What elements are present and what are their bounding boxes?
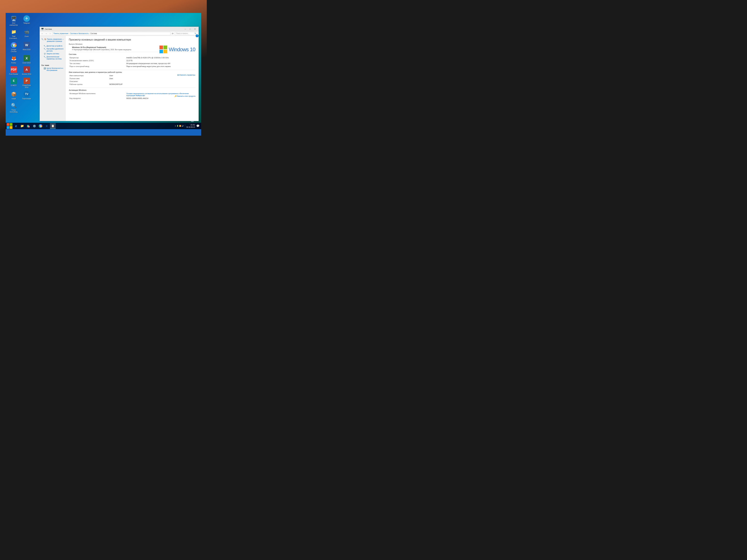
activation-agreement-link[interactable]: Условия лицензионного соглашения на испо… xyxy=(126,93,189,97)
nav-back-button[interactable]: ← xyxy=(41,32,44,35)
change-key-button[interactable]: 🔑 Изменить ключ продукта xyxy=(175,95,195,97)
address-path[interactable]: Панель управления › Система и безопаснос… xyxy=(52,32,171,35)
sidebar-also-section: См. также Центр безопасности и обслужива… xyxy=(40,64,66,72)
desktop-icon-teamviewer[interactable]: TV TeamViewer xyxy=(21,90,32,101)
tray-battery-icon: 🔋 xyxy=(177,125,179,127)
title-bar-icon: 🖥️ xyxy=(41,28,44,30)
taskbar-file-explorer[interactable]: 📁 xyxy=(19,123,25,129)
desktop-icon-excel-2016[interactable]: X Excel 2016 xyxy=(21,54,32,65)
taskbar-edge-new[interactable]: e xyxy=(44,123,50,129)
table-row: Установленная память (ОЗУ): 12,0 ГБ xyxy=(69,59,195,62)
table-row: Код продукта: 00331-10000-00001-AA214 xyxy=(69,97,195,100)
sidebar-device-manager[interactable]: Диспетчер устройств xyxy=(41,45,64,48)
desktop-icon-telegram[interactable]: ✈ Telegram xyxy=(21,15,32,27)
table-row: Рабочая группа: WORKGRPOUP xyxy=(69,83,157,86)
field-value: 64-разрядная операционная система, проце… xyxy=(126,62,195,65)
svg-point-7 xyxy=(40,126,41,127)
powerpoint-icon: P xyxy=(23,78,30,84)
edition-content: Windows 10 Pro (Registered Trademark) © … xyxy=(69,46,195,51)
desktop-icon-label: Excel 2016 xyxy=(23,62,30,64)
sidebar-home-link[interactable]: 🏠 Панель управления — домашняя страница xyxy=(41,38,64,43)
maximize-button[interactable]: □ xyxy=(188,27,192,31)
sidebar-system-protection[interactable]: Защита системы xyxy=(41,52,64,55)
taskbar-settings[interactable]: ⚙️ xyxy=(31,123,37,129)
clock-time: 21:51 xyxy=(186,124,195,126)
windows-logo xyxy=(159,46,167,53)
excel-icon: X xyxy=(23,55,30,61)
clock[interactable]: 21:51 Вт 02.05.23 xyxy=(186,124,195,128)
windows-brand-text: Windows 10 xyxy=(169,47,195,52)
field-value: Условия лицензионного соглашения на испо… xyxy=(126,92,195,97)
path-separator-2: › xyxy=(89,33,89,34)
field-label: Активация Windows выполнена xyxy=(69,92,126,97)
sidebar-remote-access[interactable]: Настройка удалённого доступа xyxy=(41,48,64,52)
computer-name-header: Имя компьютера, имя домена и параметры р… xyxy=(69,71,195,73)
word-icon: W xyxy=(23,42,30,48)
computer-name-table: Имя компьютера: User Полное имя: User Оп… xyxy=(69,74,157,86)
sidebar-home-section: 🏠 Панель управления — домашняя страница xyxy=(40,37,66,44)
taskbar-store[interactable]: 🛍️ xyxy=(25,123,31,129)
system-header: Система xyxy=(69,53,195,55)
sidebar-advanced-params[interactable]: Дополнительные параметры системы xyxy=(41,55,64,60)
desktop-icon-word-2016[interactable]: W Word 2016 xyxy=(21,41,32,53)
desktop-icon-zoom[interactable]: 📹 Zoom xyxy=(21,28,32,40)
taskbar-edge-legacy[interactable]: e xyxy=(13,123,19,129)
access-icon: A xyxy=(23,66,30,73)
table-row: Активация Windows выполнена Условия лице… xyxy=(69,92,195,97)
computer-name-content: Имя компьютера: User Полное имя: User Оп… xyxy=(69,74,195,86)
tray-expand-icon[interactable]: ∧ xyxy=(175,125,176,127)
desktop-icon-label: PowerPoint 2016 xyxy=(22,85,31,88)
search-box[interactable]: Поиск в панели... 🔍 xyxy=(175,32,198,35)
firefox-icon: 🦊 xyxy=(10,55,17,61)
refresh-button[interactable]: ⟳ xyxy=(171,32,174,35)
sidebar-security-center[interactable]: Центр безопасности и обслуживания xyxy=(41,67,64,72)
system-info-table: Процессор: Intel(R) Core(TM) i3-4150 CPU… xyxy=(69,56,195,68)
desktop-icon-access-2016[interactable]: A Access 2016 xyxy=(21,65,32,76)
desktop-icon-google-chrome[interactable]: Google Chrome xyxy=(8,41,19,53)
start-button[interactable] xyxy=(6,123,13,129)
title-bar-buttons: ─ □ ✕ xyxy=(183,27,197,31)
desktop-icon-firefox[interactable]: 🦊 Firefox xyxy=(8,54,19,65)
taskbar: e 📁 🛍️ ⚙️ e 📋 xyxy=(6,123,201,129)
desktop-icon-search-everything[interactable]: 🔍 Поиск Everything xyxy=(8,101,19,114)
field-value: User xyxy=(109,77,157,80)
system-tray: ∧ 🔋 📶 🔊 21:51 Вт 02.05.23 💬 xyxy=(174,124,201,128)
desktop-icon-install[interactable]: 📦 Install xyxy=(8,90,19,101)
desktop-icon-label: E-IMZO xyxy=(11,85,17,86)
edition-header: Выпуск Windows xyxy=(69,43,195,45)
desktop-icon-e-imzo[interactable]: E E-IMZO xyxy=(8,77,19,89)
nav-forward-button[interactable]: → xyxy=(45,32,48,35)
eimzo-icon: E xyxy=(10,78,17,84)
install-icon: 📦 xyxy=(10,91,17,97)
desktop-icon-label: Поиск Everything xyxy=(9,109,19,113)
start-icon xyxy=(7,123,12,129)
field-label: Имя компьютера: xyxy=(69,74,109,77)
change-params-button[interactable]: ⚙️ Изменить параметры xyxy=(177,74,195,76)
help-button[interactable]: ? xyxy=(196,34,199,37)
desktop-icon-powerpoint-2016[interactable]: P PowerPoint 2016 xyxy=(21,77,32,89)
title-bar: 🖥️ Система ─ □ ✕ xyxy=(40,27,199,31)
telegram-icon: ✈ xyxy=(23,15,30,22)
taskbar-control-panel[interactable]: 📋 xyxy=(50,123,56,129)
icon-row-1: 🖥️ Этот компьютер ✈ Telegram xyxy=(8,15,32,27)
desktop-icon-label: Zoom xyxy=(25,35,29,37)
icon-row-5: PDF Foxit Reader A Access 2016 xyxy=(8,65,32,76)
close-button[interactable]: ✕ xyxy=(193,27,197,31)
taskbar-chrome[interactable] xyxy=(37,123,44,129)
desktop-icon-label: Install xyxy=(11,98,16,100)
icon-row-3: Google Chrome W Word 2016 xyxy=(8,41,32,53)
desktop-icon-foxit[interactable]: PDF Foxit Reader xyxy=(8,65,19,76)
field-label: Процессор: xyxy=(69,56,126,59)
minimize-button[interactable]: ─ xyxy=(183,27,187,31)
path-separator-1: › xyxy=(69,33,70,34)
desktop-icon-total-commander[interactable]: 📁 Total Command... xyxy=(8,28,19,40)
desktop-icon-this-computer[interactable]: 🖥️ Этот компьютер xyxy=(8,15,19,27)
clock-date: Вт 02.05.23 xyxy=(186,126,195,128)
field-value: WORKGRPOUP xyxy=(109,83,157,86)
desktop-icon-label: Access 2016 xyxy=(22,73,31,75)
field-value: 12,0 ГБ xyxy=(126,59,195,62)
desktop-icon-label: Word 2016 xyxy=(23,49,31,51)
desktop-icons-area: 🖥️ Этот компьютер ✈ Telegram 📁 Total Com… xyxy=(8,15,32,114)
nav-up-button[interactable]: ↑ xyxy=(49,32,52,35)
notification-icon[interactable]: 💬 xyxy=(196,124,200,127)
